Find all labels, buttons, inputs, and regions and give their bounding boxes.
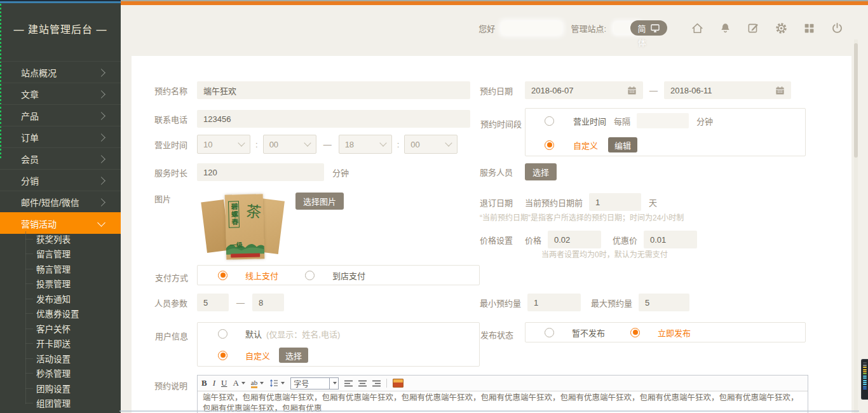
submenu-item-notices[interactable]: 发布通知: [0, 291, 121, 306]
compose-icon[interactable]: [747, 22, 760, 35]
bottom-edge-line: [119, 410, 859, 412]
field-label: 服务时长: [154, 166, 197, 179]
submenu-item-customer-care[interactable]: 客户关怀: [0, 321, 121, 336]
hour-end-select[interactable]: 18: [339, 135, 392, 154]
user-info-default-radio[interactable]: [218, 329, 227, 339]
italic-button[interactable]: I: [213, 378, 215, 388]
dock-widget[interactable]: [861, 359, 868, 400]
online-payment-radio[interactable]: [218, 271, 227, 280]
min-qty-input[interactable]: 1: [527, 294, 581, 311]
submenu-item-message-board[interactable]: 留言管理: [0, 247, 121, 262]
chevron-down-icon: [97, 219, 105, 227]
instore-payment-label[interactable]: 到店支付: [332, 269, 365, 281]
instore-payment-radio[interactable]: [305, 271, 315, 280]
hour-start-select[interactable]: 10: [197, 135, 250, 154]
discount-input[interactable]: 0.01: [644, 231, 697, 248]
field-label: 价格设置: [480, 234, 525, 246]
publish-later-label[interactable]: 暂不发布: [572, 327, 605, 339]
date-start-field[interactable]: 2018-06-07: [525, 81, 643, 99]
reservation-name-input[interactable]: 端午狂欢: [197, 81, 470, 99]
submenu-item-activity-settings[interactable]: 活动设置: [0, 351, 121, 366]
field-label: 预约时间段: [480, 118, 522, 130]
staff-select-button[interactable]: 选择: [525, 163, 557, 180]
refund-hint: “当前预约日期”是指客户所选择的预约日期；时间为24小时制: [480, 212, 684, 222]
people-max-input[interactable]: 8: [252, 294, 284, 311]
home-icon[interactable]: [691, 22, 704, 35]
time-slot-custom-radio[interactable]: [545, 140, 554, 150]
publish-later-radio[interactable]: [545, 328, 554, 337]
submenu-item-group-buy[interactable]: 团购设置: [0, 381, 121, 396]
sidebar-item-mail-sms-wechat[interactable]: 邮件/短信/微信: [0, 191, 121, 212]
submenu-item-changyan[interactable]: 畅言管理: [0, 261, 121, 276]
sidebar-item-members[interactable]: 会员: [0, 147, 121, 169]
minute-start-select[interactable]: 00: [263, 135, 316, 154]
max-qty-input[interactable]: 5: [639, 294, 689, 311]
chevron-down-icon: [445, 139, 452, 146]
minute-end-select[interactable]: 00: [404, 135, 458, 154]
chevron-down-icon: [238, 139, 245, 146]
submenu-item-card-gift[interactable]: 开卡即送: [0, 336, 121, 351]
date-end-field[interactable]: 2018-06-11: [664, 81, 791, 99]
bell-icon[interactable]: [719, 22, 732, 35]
user-info-default-row: 默认 (仅显示：姓名,电话): [198, 323, 479, 344]
power-icon[interactable]: [831, 22, 844, 35]
sidebar-item-label: 分销: [21, 174, 39, 187]
editor-content[interactable]: 端午狂欢，包厢有优惠端午狂欢，包厢有优惠端午狂欢，包厢有优惠端午狂欢，包厢有优惠…: [198, 391, 808, 413]
submenu-item-award-list[interactable]: 获奖列表: [0, 231, 121, 247]
time-slot-edit-button[interactable]: 编辑: [608, 137, 637, 152]
submenu-item-seckill[interactable]: 秒杀管理: [0, 366, 121, 381]
sidebar-item-distribution[interactable]: 分销: [0, 169, 121, 191]
chevron-right-icon: [97, 90, 105, 98]
online-payment-label[interactable]: 线上支付: [245, 269, 278, 281]
publish-status-box: 发布状态 暂不发布 立即发布: [525, 322, 806, 342]
choose-image-button[interactable]: 选择图片: [295, 193, 344, 210]
people-min-input[interactable]: 5: [197, 294, 229, 311]
dock-widget-stripes: [863, 362, 867, 389]
scrollbar-thumb[interactable]: [854, 43, 858, 158]
submenu-item-coupons[interactable]: 优惠券设置: [0, 306, 121, 322]
user-info-select-button[interactable]: 选择: [279, 348, 308, 363]
caret-icon: [260, 382, 264, 384]
line-spacing-button[interactable]: [269, 379, 285, 387]
insert-image-button[interactable]: [393, 379, 403, 388]
time-slot-business-label[interactable]: 营业时间: [573, 115, 606, 127]
price-input[interactable]: 0.02: [548, 231, 601, 248]
user-info-custom-label[interactable]: 自定义: [245, 349, 270, 362]
time-slot-business-radio[interactable]: [545, 116, 554, 126]
caret-icon: [281, 382, 285, 384]
font-color-button[interactable]: A: [233, 378, 245, 388]
select-value: 10: [203, 140, 212, 149]
publish-now-radio[interactable]: [630, 328, 640, 337]
language-switcher[interactable]: 简: [630, 20, 667, 36]
input-value: 123456: [203, 114, 231, 124]
highlight-button[interactable]: ab: [251, 379, 264, 388]
refund-days-input[interactable]: 1: [589, 193, 641, 211]
time-slot-custom-label[interactable]: 自定义: [573, 139, 598, 151]
align-left-button[interactable]: [344, 380, 353, 387]
tea-calligraphy: 茶: [245, 198, 262, 222]
user-info-custom-radio[interactable]: [218, 351, 227, 360]
font-size-select[interactable]: 字号: [290, 377, 339, 389]
submenu-item-group-team[interactable]: 组团管理: [0, 396, 121, 411]
align-center-button[interactable]: [358, 380, 367, 387]
underline-button[interactable]: U: [221, 378, 227, 388]
sidebar-item-orders[interactable]: 订单: [0, 126, 121, 147]
apps-grid-icon[interactable]: [803, 22, 816, 35]
gear-icon[interactable]: [775, 22, 788, 35]
service-duration-input[interactable]: 120: [197, 163, 324, 181]
sidebar-item-site-overview[interactable]: 站点概况: [0, 61, 121, 83]
publish-now-label[interactable]: 立即发布: [658, 327, 691, 339]
submenu-item-label: 团购设置: [36, 382, 71, 395]
submenu-item-voting[interactable]: 投票管理: [0, 276, 121, 292]
align-right-button[interactable]: [372, 380, 381, 387]
chevron-right-icon: [97, 112, 105, 120]
contact-phone-input[interactable]: 123456: [197, 110, 470, 128]
sidebar: — 建站管理后台 — 站点概况 文章 产品 订单 会员: [0, 0, 121, 413]
sidebar-item-articles[interactable]: 文章: [0, 83, 121, 104]
sidebar-item-products[interactable]: 产品: [0, 104, 121, 126]
sidebar-item-marketing[interactable]: 营销活动: [0, 212, 121, 234]
bold-button[interactable]: B: [201, 378, 207, 388]
interval-input[interactable]: [637, 113, 689, 128]
user-info-default-label[interactable]: 默认: [245, 328, 262, 340]
submenu-item-label: 秒杀管理: [36, 367, 71, 379]
